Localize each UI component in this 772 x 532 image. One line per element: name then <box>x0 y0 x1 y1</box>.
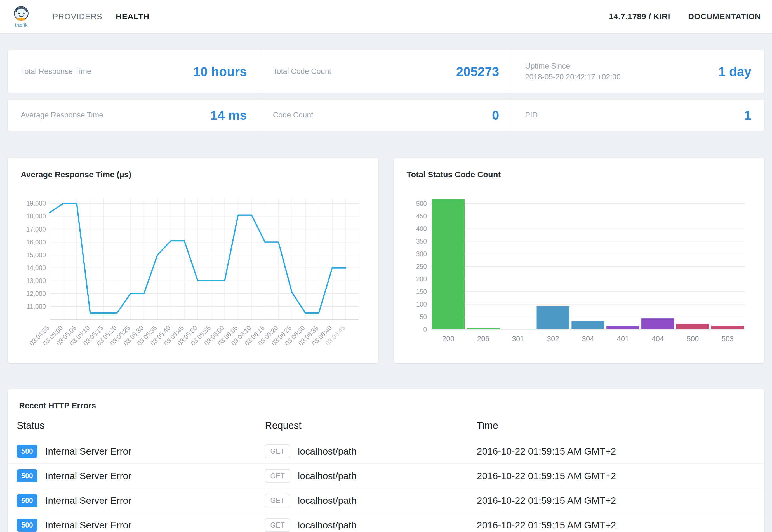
svg-text:17,000: 17,000 <box>26 226 46 233</box>
stat-total-response-time: Total Response Time 10 hours <box>8 50 260 93</box>
errors-panel-title: Recent HTTP Errors <box>8 389 764 419</box>
request-path: localhost/path <box>298 520 357 530</box>
status-message: Internal Server Error <box>45 446 131 456</box>
stat-code-count: Code Count 0 <box>260 100 512 131</box>
status-code-chart-card: Total Status Code Count 0501001502002503… <box>394 158 764 363</box>
logo-word: træfik <box>15 22 28 28</box>
svg-text:100: 100 <box>416 301 427 308</box>
stat-pid: PID 1 <box>512 100 764 131</box>
nav-item-providers[interactable]: PROVIDERS <box>46 12 109 21</box>
table-row: 500Internal Server Error GETlocalhost/pa… <box>8 488 764 513</box>
svg-text:13,000: 13,000 <box>26 277 46 284</box>
traefik-logo[interactable]: træfik <box>11 5 31 28</box>
errors-table-header: Status Request Time <box>8 419 764 439</box>
status-message: Internal Server Error <box>45 520 131 530</box>
response-time-line-chart: 11,00012,00013,00014,00015,00016,00017,0… <box>21 193 365 355</box>
svg-text:18,000: 18,000 <box>26 213 46 220</box>
stat-label: Uptime Since 2018-05-20 20:42:17 +02:00 <box>525 61 621 83</box>
stat-label: Total Response Time <box>21 66 91 77</box>
stat-uptime-since: Uptime Since 2018-05-20 20:42:17 +02:00 … <box>512 50 764 93</box>
stat-label: Average Response Time <box>21 110 103 121</box>
errors-table: Status Request Time 500Internal Server E… <box>8 419 764 532</box>
svg-text:0: 0 <box>423 326 427 333</box>
svg-text:401: 401 <box>617 335 629 343</box>
navbar: træfik PROVIDERS HEALTH 14.7.1789 / KIRI… <box>0 0 772 33</box>
http-method-badge: GET <box>265 518 290 532</box>
stat-value: 10 hours <box>193 64 247 79</box>
nav-item-health[interactable]: HEALTH <box>109 12 156 21</box>
svg-text:250: 250 <box>416 263 427 270</box>
chart-title-status-codes: Total Status Code Count <box>407 170 751 179</box>
http-method-badge: GET <box>265 494 290 507</box>
stat-value: 14 ms <box>210 108 247 123</box>
table-row: 500Internal Server Error GETlocalhost/pa… <box>8 513 764 532</box>
svg-text:400: 400 <box>416 225 427 232</box>
svg-text:16,000: 16,000 <box>26 239 46 246</box>
svg-text:12,000: 12,000 <box>26 290 46 297</box>
status-message: Internal Server Error <box>45 495 131 506</box>
status-message: Internal Server Error <box>45 470 131 481</box>
stat-label: Code Count <box>273 110 313 121</box>
stat-average-response-time: Average Response Time 14 ms <box>8 100 260 131</box>
error-time: 2016-10-22 01:59:15 AM GMT+2 <box>477 488 764 513</box>
error-time: 2016-10-22 01:59:15 AM GMT+2 <box>477 463 764 488</box>
svg-text:301: 301 <box>512 335 524 343</box>
response-time-chart-card: Average Response Time (µs) 11,00012,0001… <box>8 158 378 363</box>
svg-text:19,000: 19,000 <box>26 200 46 207</box>
charts-row: Average Response Time (µs) 11,00012,0001… <box>8 158 764 363</box>
svg-text:200: 200 <box>416 276 427 283</box>
uptime-date: 2018-05-20 20:42:17 +02:00 <box>525 73 621 81</box>
status-code-badge: 500 <box>17 469 37 482</box>
status-code-badge: 500 <box>17 519 37 532</box>
svg-text:302: 302 <box>547 335 559 343</box>
traefik-mascot-icon <box>11 5 31 23</box>
svg-text:300: 300 <box>416 250 427 258</box>
svg-text:206: 206 <box>477 335 489 343</box>
http-method-badge: GET <box>265 469 290 483</box>
recent-http-errors-panel: Recent HTTP Errors Status Request Time 5… <box>8 389 764 532</box>
stat-label: PID <box>525 110 538 121</box>
error-time: 2016-10-22 01:59:15 AM GMT+2 <box>477 513 764 532</box>
svg-text:503: 503 <box>722 335 734 343</box>
error-time: 2016-10-22 01:59:15 AM GMT+2 <box>477 439 764 463</box>
svg-text:15,000: 15,000 <box>26 251 46 259</box>
version-label: 14.7.1789 / KIRI <box>609 12 670 21</box>
column-header-time: Time <box>477 419 764 439</box>
svg-text:200: 200 <box>442 335 454 343</box>
svg-text:11,000: 11,000 <box>27 303 46 310</box>
main-content: Total Response Time 10 hours Total Code … <box>0 50 772 532</box>
status-code-badge: 500 <box>17 494 37 507</box>
svg-text:14,000: 14,000 <box>26 264 46 272</box>
stats-row-totals: Total Response Time 10 hours Total Code … <box>8 50 764 93</box>
svg-text:500: 500 <box>687 335 699 343</box>
column-header-status: Status <box>8 419 265 439</box>
request-path: localhost/path <box>298 495 357 506</box>
stat-label: Total Code Count <box>273 66 331 77</box>
http-method-badge: GET <box>265 444 290 458</box>
svg-text:450: 450 <box>416 213 427 220</box>
uptime-label: Uptime Since <box>525 62 570 70</box>
svg-text:50: 50 <box>420 313 427 321</box>
svg-text:304: 304 <box>582 335 594 343</box>
svg-text:404: 404 <box>652 335 664 343</box>
svg-text:500: 500 <box>416 200 427 207</box>
status-code-bar-chart: 0501001502002503003504004505002002063013… <box>407 193 751 345</box>
documentation-link[interactable]: DOCUMENTATION <box>688 12 761 21</box>
svg-text:150: 150 <box>416 288 427 295</box>
status-code-badge: 500 <box>17 445 37 458</box>
svg-text:350: 350 <box>416 238 427 245</box>
stat-value: 1 <box>744 108 751 123</box>
chart-title-response-time: Average Response Time (µs) <box>21 170 365 179</box>
stat-value: 1 day <box>718 64 751 79</box>
stat-value: 0 <box>492 108 499 123</box>
stats-row-averages: Average Response Time 14 ms Code Count 0… <box>8 100 764 131</box>
table-row: 500Internal Server Error GETlocalhost/pa… <box>8 439 764 463</box>
stat-total-code-count: Total Code Count 205273 <box>260 50 512 93</box>
request-path: localhost/path <box>298 470 357 481</box>
request-path: localhost/path <box>298 446 357 456</box>
table-row: 500Internal Server Error GETlocalhost/pa… <box>8 463 764 488</box>
column-header-request: Request <box>265 419 477 439</box>
stat-value: 205273 <box>456 64 499 79</box>
